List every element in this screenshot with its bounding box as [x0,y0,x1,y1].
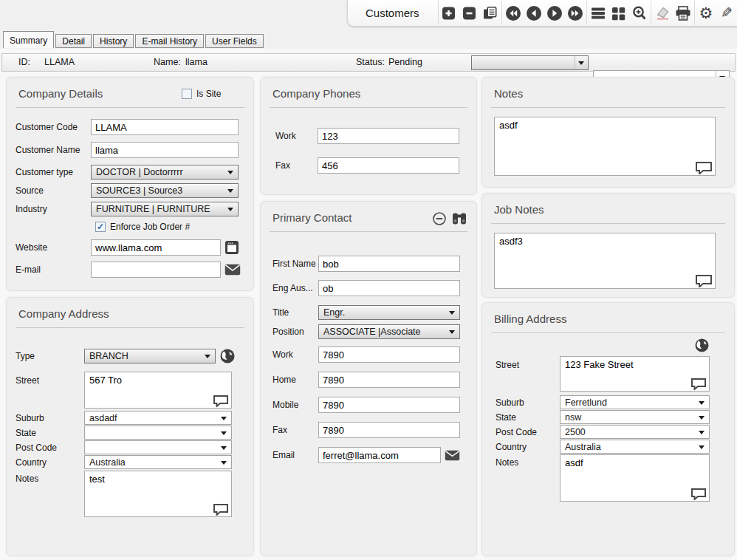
grid-icon [611,5,627,21]
next-record-button[interactable] [544,1,565,25]
state-label: State [16,428,84,438]
tab-summary[interactable]: Summary [3,31,54,48]
add-button[interactable] [439,1,460,25]
email-label: E-mail [16,264,91,275]
chevron-down-icon [699,401,705,405]
erase-button[interactable] [652,1,673,25]
contact-fax-input[interactable] [318,422,460,438]
state-select[interactable] [84,426,232,440]
billing-suburb-select[interactable]: Ferretlund [560,395,710,409]
work-phone-input[interactable] [318,128,459,144]
notes-textarea[interactable]: asdf [495,117,715,175]
comment-bubble-icon[interactable] [690,488,707,500]
remove-contact-button[interactable] [432,211,447,226]
work-phone-label: Work [275,131,318,141]
zoom-button[interactable] [629,1,650,25]
address-type-select[interactable]: BRANCH [84,349,216,363]
post-code-select[interactable] [84,440,232,454]
globe-icon [219,348,236,364]
customer-type-select[interactable]: DOCTOR | Doctorrrrr [91,165,239,180]
chevron-down-icon [575,56,588,69]
fax-phone-input[interactable] [318,157,459,174]
section-title: Company Address [7,298,253,320]
chevron-down-icon [221,461,227,465]
tab-user-fields[interactable]: User Fields [205,34,264,48]
checkbox-box[interactable] [95,222,106,232]
contact-work-input[interactable] [318,346,460,363]
suburb-select[interactable]: asdadf [84,411,232,425]
job-notes-textarea[interactable]: asdf3 [495,233,715,288]
next-record-icon [546,4,563,22]
customer-code-input[interactable] [91,119,239,135]
position-select[interactable]: ASSOCIATE |Associate [318,324,460,339]
comment-bubble-icon[interactable] [213,395,229,407]
map-button[interactable] [219,348,236,364]
divider [270,231,467,232]
id-label: ID: [18,57,30,67]
checkbox-box[interactable] [182,89,192,99]
email-input[interactable] [91,262,221,278]
notes-section: Notes asdf [481,77,735,188]
last-record-button[interactable] [565,1,586,25]
printer-icon [674,5,692,21]
plus-icon [441,5,457,21]
envelope-icon [445,450,460,461]
print-button[interactable] [673,1,693,25]
is-site-checkbox[interactable]: Is Site [182,89,221,99]
copy-button[interactable] [480,1,501,25]
website-input[interactable] [91,239,221,256]
first-record-button[interactable] [503,1,524,25]
billing-notes-textarea[interactable]: asdf [561,455,709,501]
source-select[interactable]: SOURCE3 | Source3 [91,183,239,198]
grid-view-button[interactable] [609,1,629,25]
comment-bubble-icon[interactable] [695,274,713,287]
find-contact-button[interactable] [451,211,467,226]
address-notes-textarea[interactable]: test [85,471,231,516]
contact-home-input[interactable] [318,372,460,388]
comment-bubble-icon[interactable] [213,503,229,516]
industry-select[interactable]: FURNITURE | FURNITURE [91,202,239,216]
eng-aus-input[interactable] [318,280,460,296]
chevron-down-icon [227,189,233,193]
billing-state-select[interactable]: nsw [560,410,710,424]
tab-history[interactable]: History [93,34,134,48]
send-contact-email-button[interactable] [445,450,460,461]
open-website-button[interactable] [224,240,239,255]
billing-street-textarea[interactable]: 123 Fake Street [561,357,709,391]
send-email-button[interactable] [224,264,241,276]
divider [16,327,244,328]
contact-mobile-input[interactable] [318,397,460,413]
post-code-label: Post Code [16,443,84,453]
customer-name-input[interactable] [91,142,239,158]
country-select[interactable]: Australia [84,455,232,469]
contact-title-select[interactable]: Engr. [318,305,460,320]
previous-record-button[interactable] [524,1,544,25]
billing-map-button[interactable] [694,338,710,353]
chevron-down-icon [221,446,227,450]
comment-bubble-icon[interactable] [690,378,707,390]
billing-notes-label: Notes [496,454,560,468]
settings-button[interactable]: ⚙ [696,1,716,25]
billing-country-select[interactable]: Australia [560,440,710,454]
billing-post-code-select[interactable]: 2500 [560,425,710,439]
tab-email-history[interactable]: E-mail History [135,34,204,48]
binoculars-icon [451,211,467,226]
contact-title-label: Title [272,307,318,318]
address-type-value: BRANCH [89,351,128,361]
comment-bubble-icon[interactable] [695,161,713,174]
tab-detail[interactable]: Detail [55,34,92,48]
first-name-input[interactable] [318,256,460,272]
first-record-icon [504,4,522,22]
remove-button[interactable] [459,1,480,25]
edit-button[interactable]: ✎ [716,1,737,25]
contact-email-label: Email [272,450,318,460]
envelope-icon [224,264,241,276]
enforce-job-order-checkbox[interactable]: Enforce Job Order # [95,222,253,232]
chevron-down-icon [449,311,455,315]
street-textarea[interactable]: 567 Tro [85,372,231,408]
header-dropdown-1[interactable] [471,55,589,70]
list-view-button[interactable] [588,1,609,25]
contact-email-input[interactable] [318,447,441,463]
customer-type-value: DOCTOR | Doctorrrrr [96,167,183,177]
toolbar-title: Customers [348,7,437,19]
